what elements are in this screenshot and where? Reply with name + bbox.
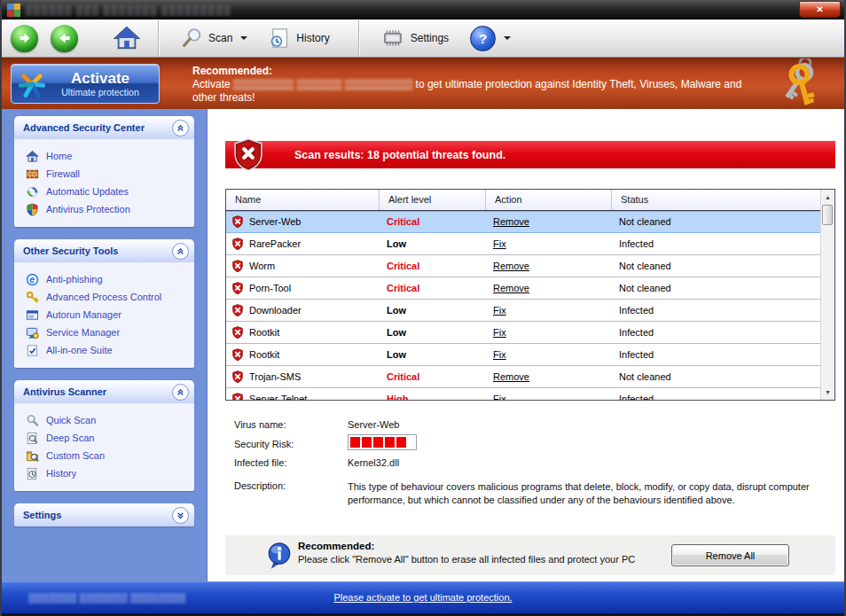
- status-value: Infected: [611, 394, 820, 401]
- threat-row-server-telnet[interactable]: Server-TelnetHighFixInfected: [226, 388, 820, 401]
- column-header-status[interactable]: Status: [611, 190, 820, 210]
- threat-row-rootkit[interactable]: RootkitLowFixInfected: [226, 344, 820, 366]
- threat-shield-icon: [231, 282, 244, 294]
- recommendation-text: Please click "Remove All" button to eras…: [298, 554, 635, 565]
- threat-row-rootkit[interactable]: RootkitLowFixInfected: [226, 322, 820, 344]
- risk-block: [385, 437, 395, 448]
- column-header-action[interactable]: Action: [485, 190, 611, 210]
- action-link[interactable]: Remove: [493, 261, 529, 271]
- settings-button[interactable]: Settings: [371, 20, 459, 56]
- risk-block: [396, 437, 406, 448]
- panel-header-antivirus-scanner[interactable]: Antivirus Scanner: [14, 380, 194, 403]
- column-header-name[interactable]: Name: [226, 190, 379, 210]
- panel-header-settings[interactable]: Settings: [14, 503, 194, 526]
- threat-row-trojan-sms[interactable]: Trojan-SMSCriticalRemoveNot cleaned: [226, 366, 820, 388]
- table-body: Server-WebCriticalRemoveNot cleanedRareP…: [226, 211, 834, 401]
- sidebar-item-all-in-one-suite[interactable]: All-in-one Suite: [14, 341, 194, 359]
- sidebar-item-automatic-updates[interactable]: Automatic Updates: [14, 183, 194, 200]
- alert-level: Critical: [379, 283, 485, 293]
- status-value: Infected: [611, 349, 820, 360]
- threat-row-worm[interactable]: WormCriticalRemoveNot cleaned: [226, 255, 820, 277]
- sidebar-item-service-manager[interactable]: Service Manager: [14, 324, 194, 341]
- action-link[interactable]: Remove: [493, 283, 529, 293]
- chevron-up-icon[interactable]: [172, 243, 189, 260]
- sidebar-item-custom-scan[interactable]: Custom Scan: [14, 447, 194, 464]
- virus-name-label: Virus name:: [234, 419, 286, 430]
- scroll-down-arrow-icon[interactable]: ▼: [821, 386, 834, 399]
- close-button[interactable]: ✕: [799, 1, 841, 18]
- activate-button[interactable]: Activate Ultimate protection: [11, 64, 160, 104]
- status-value: Not cleaned: [611, 371, 820, 382]
- sidebar-item-label: Anti-phishing: [46, 274, 103, 285]
- help-glyph: ?: [479, 31, 487, 46]
- banner-text-prefix: Activate: [192, 78, 231, 90]
- sidebar-item-firewall[interactable]: Firewall: [14, 165, 194, 183]
- action-link[interactable]: Remove: [493, 216, 529, 227]
- sidebar-item-anti-phishing[interactable]: Anti-phishing: [14, 270, 194, 288]
- panel-header-other-security-tools[interactable]: Other Security Tools: [14, 239, 194, 262]
- sidebar-item-history[interactable]: History: [14, 464, 194, 482]
- column-header-alert[interactable]: Alert level: [379, 190, 485, 210]
- forward-button[interactable]: [51, 25, 78, 52]
- scan-results-banner: Scan results: 18 potential threats found…: [225, 141, 835, 168]
- status-value: Infected: [611, 305, 820, 316]
- threat-shield-icon: [231, 304, 244, 316]
- activate-link[interactable]: Please activate to get ultimate protecti…: [2, 592, 844, 603]
- action-link[interactable]: Remove: [493, 371, 529, 382]
- sidebar-item-autorun-manager[interactable]: Autorun Manager: [14, 306, 194, 324]
- scroll-up-arrow-icon[interactable]: ▲: [821, 191, 834, 204]
- action-link[interactable]: Fix: [493, 394, 506, 401]
- sidebar-item-label: History: [46, 468, 76, 479]
- sidebar-item-advanced-process-control[interactable]: Advanced Process Control: [14, 288, 194, 306]
- banner-message: Recommended: Activate ▒▒▒▒▒▒▒▒ ▒▒▒▒▒▒ ▒▒…: [192, 65, 760, 105]
- vertical-scrollbar[interactable]: ▲ ▼: [820, 190, 834, 400]
- action-cell: Remove: [485, 261, 611, 271]
- sidebar-panel-other-security-tools: Other Security ToolsAnti-phishingAdvance…: [14, 239, 194, 368]
- history-button[interactable]: History: [258, 20, 340, 56]
- threat-row-rarepacker[interactable]: RarePackerLowFixInfected: [226, 233, 820, 255]
- alert-level: Low: [379, 327, 485, 338]
- panel-header-advanced-security-center[interactable]: Advanced Security Center: [14, 116, 194, 139]
- scrollbar-thumb[interactable]: [822, 205, 833, 225]
- remove-all-button[interactable]: Remove All: [671, 544, 789, 566]
- footer: ▒▒▒▒▒▒▒ ▒▒▒▒▒▒▒ ▒▒▒▒▒▒▒▒ Please activate…: [2, 581, 844, 616]
- action-cell: Fix: [485, 349, 611, 360]
- alert-level: Critical: [379, 371, 485, 382]
- sidebar-item-antivirus-protection[interactable]: Antivirus Protection: [14, 200, 194, 218]
- panel-title: Advanced Security Center: [23, 122, 172, 133]
- action-link[interactable]: Fix: [493, 327, 506, 338]
- chevron-up-icon[interactable]: [172, 384, 189, 401]
- threat-name-cell: Porn-Tool: [226, 282, 379, 294]
- threat-row-porn-tool[interactable]: Porn-ToolCriticalRemoveNot cleaned: [226, 277, 820, 300]
- home-button[interactable]: [114, 25, 140, 51]
- chevron-up-icon[interactable]: [172, 120, 189, 136]
- service-manager-icon: [26, 326, 39, 339]
- action-cell: Remove: [485, 283, 611, 293]
- action-link[interactable]: Fix: [493, 238, 506, 249]
- risk-block: [362, 437, 372, 448]
- scan-button[interactable]: Scan: [170, 20, 258, 56]
- chevron-down-icon[interactable]: [172, 507, 189, 524]
- help-button[interactable]: ?: [459, 20, 521, 56]
- scan-results-text: Scan results: 18 potential threats found…: [294, 149, 505, 161]
- settings-label: Settings: [411, 32, 449, 44]
- threat-name: Server-Web: [249, 216, 301, 227]
- threat-row-downloader[interactable]: DownloaderLowFixInfected: [226, 300, 820, 322]
- sidebar-item-deep-scan[interactable]: Deep Scan: [14, 429, 194, 447]
- toolbar-separator: [358, 20, 360, 56]
- quick-scan-icon: [26, 414, 39, 427]
- threat-name: Porn-Tool: [249, 283, 291, 293]
- alert-level: High: [379, 394, 485, 401]
- back-button[interactable]: [11, 25, 38, 52]
- threat-name: Rootkit: [249, 327, 279, 338]
- sidebar-item-home[interactable]: Home: [14, 147, 194, 165]
- action-link[interactable]: Fix: [493, 349, 506, 360]
- threat-row-server-web[interactable]: Server-WebCriticalRemoveNot cleaned: [226, 211, 820, 233]
- scan-dropdown-caret-icon[interactable]: [240, 36, 247, 40]
- threat-shield-icon: [231, 215, 244, 228]
- action-link[interactable]: Fix: [493, 305, 506, 316]
- help-dropdown-caret-icon[interactable]: [504, 36, 511, 40]
- status-value: Infected: [611, 238, 820, 249]
- settings-chip-icon: [381, 27, 404, 50]
- sidebar-item-quick-scan[interactable]: Quick Scan: [14, 411, 194, 429]
